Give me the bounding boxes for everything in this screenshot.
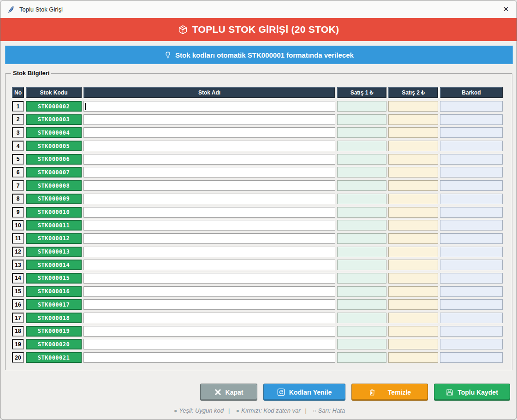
price2-input[interactable] — [388, 180, 438, 191]
price1-input[interactable] — [337, 127, 386, 138]
barcode-input[interactable] — [440, 299, 503, 310]
stock-name-input[interactable] — [83, 313, 335, 323]
barcode-input[interactable] — [440, 339, 503, 349]
stock-name-input[interactable] — [83, 114, 335, 125]
stock-name-input[interactable] — [83, 247, 335, 257]
barcode-input[interactable] — [440, 207, 503, 218]
stock-name-input[interactable] — [83, 141, 335, 151]
price2-input[interactable] — [388, 220, 438, 231]
barcode-input[interactable] — [440, 101, 503, 112]
price2-input[interactable] — [388, 286, 438, 297]
price2-input[interactable] — [388, 194, 438, 204]
barcode-input[interactable] — [440, 220, 503, 231]
barcode-input[interactable] — [440, 154, 503, 165]
barcode-input[interactable] — [440, 247, 503, 257]
refresh-codes-button[interactable]: Kodları Yenile — [263, 384, 345, 401]
stock-name-input[interactable] — [83, 101, 335, 112]
price1-input[interactable] — [337, 207, 386, 218]
stock-name-input[interactable] — [83, 352, 335, 363]
price2-input[interactable] — [388, 339, 438, 349]
stock-code-badge: STK000005 — [26, 141, 82, 151]
stock-name-input[interactable] — [83, 339, 335, 349]
price1-input[interactable] — [337, 352, 386, 363]
price2-input[interactable] — [388, 260, 438, 270]
barcode-input[interactable] — [440, 286, 503, 297]
price2-input[interactable] — [388, 167, 438, 177]
package-icon — [178, 25, 188, 35]
barcode-input[interactable] — [440, 273, 503, 284]
stock-name-input[interactable] — [83, 260, 335, 270]
price1-input[interactable] — [337, 313, 386, 323]
price1-input[interactable] — [337, 141, 386, 151]
stock-name-input[interactable] — [83, 154, 335, 165]
stock-code-badge: STK000013 — [26, 247, 82, 257]
barcode-input[interactable] — [440, 167, 503, 177]
stock-code-badge: STK000019 — [26, 326, 82, 337]
price2-input[interactable] — [388, 326, 438, 337]
close-button[interactable]: Kapat — [200, 384, 257, 401]
toplu-stok-girisi-window: Toplu Stok Girişi ✕ TOPLU STOK GİRİŞİ (2… — [0, 0, 517, 420]
price1-input[interactable] — [337, 180, 386, 191]
close-icon[interactable]: ✕ — [495, 0, 517, 18]
price1-input[interactable] — [337, 194, 386, 204]
price1-input[interactable] — [337, 233, 386, 244]
stock-name-input[interactable] — [83, 326, 335, 337]
table-row: 18 STK000019 — [12, 326, 503, 337]
barcode-input[interactable] — [440, 141, 503, 151]
barcode-input[interactable] — [440, 352, 503, 363]
price2-input[interactable] — [388, 141, 438, 151]
price2-input[interactable] — [388, 273, 438, 284]
barcode-input[interactable] — [440, 180, 503, 191]
stock-name-input[interactable] — [83, 127, 335, 138]
price2-input[interactable] — [388, 127, 438, 138]
price1-input[interactable] — [337, 326, 386, 337]
price2-input[interactable] — [388, 207, 438, 218]
stock-name-input[interactable] — [83, 233, 335, 244]
stock-name-input[interactable] — [83, 207, 335, 218]
stock-code-badge: STK000003 — [26, 114, 82, 125]
price2-input[interactable] — [388, 313, 438, 323]
price2-input[interactable] — [388, 154, 438, 165]
barcode-input[interactable] — [440, 326, 503, 337]
price1-input[interactable] — [337, 220, 386, 231]
stock-name-input[interactable] — [83, 167, 335, 177]
stock-name-input[interactable] — [83, 273, 335, 284]
price1-input[interactable] — [337, 114, 386, 125]
price2-input[interactable] — [388, 114, 438, 125]
bulk-save-button[interactable]: Toplu Kaydet — [434, 384, 510, 401]
clear-button[interactable]: Temizle — [351, 384, 428, 401]
price2-input[interactable] — [388, 101, 438, 112]
price2-input[interactable] — [388, 299, 438, 310]
price1-input[interactable] — [337, 286, 386, 297]
title-bar[interactable]: Toplu Stok Girişi ✕ — [0, 0, 517, 18]
price1-input[interactable] — [337, 260, 386, 270]
stock-name-input[interactable] — [83, 299, 335, 310]
row-number-label: 18 — [12, 326, 24, 337]
stock-name-input[interactable] — [83, 220, 335, 231]
price1-input[interactable] — [337, 167, 386, 177]
price1-input[interactable] — [337, 299, 386, 310]
price2-input[interactable] — [388, 352, 438, 363]
x-icon — [214, 389, 221, 396]
stock-name-input[interactable] — [83, 180, 335, 191]
barcode-input[interactable] — [440, 114, 503, 125]
barcode-input[interactable] — [440, 194, 503, 204]
price2-input[interactable] — [388, 233, 438, 244]
barcode-input[interactable] — [440, 127, 503, 138]
price2-input[interactable] — [388, 247, 438, 257]
price1-input[interactable] — [337, 339, 386, 349]
table-row: 17 STK000018 — [12, 313, 503, 323]
groupbox-title: Stok Bilgileri — [11, 70, 51, 77]
price1-input[interactable] — [337, 101, 386, 112]
stock-name-input[interactable] — [83, 194, 335, 204]
price1-input[interactable] — [337, 273, 386, 284]
barcode-input[interactable] — [440, 260, 503, 270]
stock-name-input[interactable] — [83, 286, 335, 297]
row-number-label: 15 — [12, 286, 24, 297]
barcode-input[interactable] — [440, 313, 503, 323]
barcode-input[interactable] — [440, 233, 503, 244]
price1-input[interactable] — [337, 247, 386, 257]
price1-input[interactable] — [337, 154, 386, 165]
row-number-label: 20 — [12, 352, 24, 363]
table-row: 9 STK000010 — [12, 207, 503, 218]
